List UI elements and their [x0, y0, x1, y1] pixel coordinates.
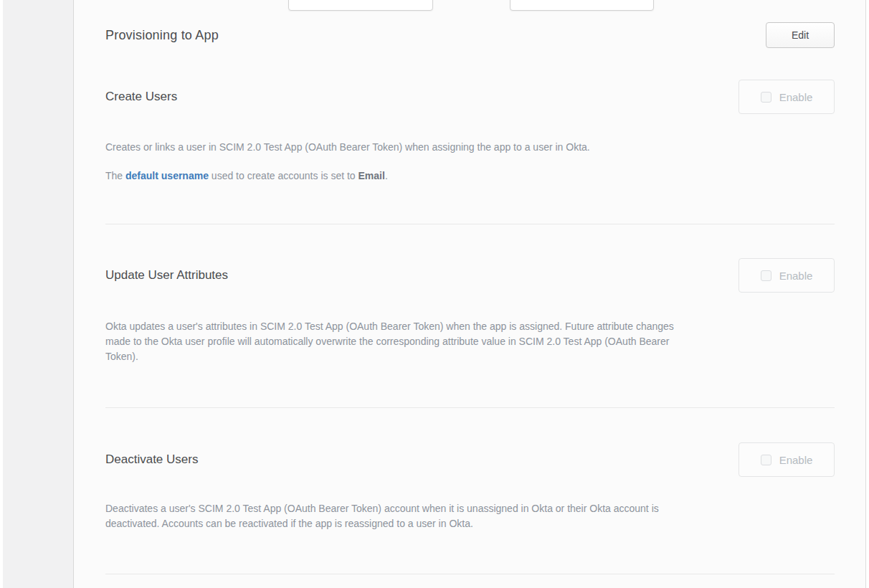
username-line-suffix: .	[385, 170, 388, 181]
default-username-line: The default username used to create acco…	[105, 169, 835, 184]
enable-checkbox[interactable]	[761, 270, 771, 281]
page-title: Provisioning to App	[105, 28, 219, 43]
page-layout: Provisioning to App Edit Create Users En…	[0, 0, 869, 588]
section-update-user-attributes: Update User Attributes Enable Okta updat…	[105, 258, 835, 408]
provisioning-panel: Provisioning to App Edit Create Users En…	[74, 0, 866, 588]
section-divider	[105, 574, 835, 574]
username-value: Email	[358, 170, 385, 181]
section-title: Deactivate Users	[105, 452, 198, 467]
enable-toggle-create-users[interactable]: Enable	[739, 80, 835, 114]
section-deactivate-users: Deactivate Users Enable Deactivates a us…	[105, 442, 835, 574]
section-title: Create Users	[105, 90, 177, 104]
section-description: Creates or links a user in SCIM 2.0 Test…	[105, 140, 833, 155]
section-description: Okta updates a user's attributes in SCIM…	[105, 319, 833, 364]
right-gutter	[866, 0, 869, 588]
section-head: Create Users Enable	[105, 80, 835, 114]
panel-header: Provisioning to App Edit	[105, 22, 835, 49]
cutoff-dropdown-right[interactable]	[510, 0, 654, 11]
edit-button[interactable]: Edit	[766, 22, 835, 48]
enable-label: Enable	[779, 454, 813, 466]
section-head: Deactivate Users Enable	[105, 442, 835, 477]
cutoff-dropdown-left[interactable]	[288, 0, 433, 11]
enable-checkbox[interactable]	[761, 455, 771, 465]
section-title: Update User Attributes	[105, 268, 228, 283]
section-head: Update User Attributes Enable	[105, 258, 835, 293]
enable-toggle-deactivate-users[interactable]: Enable	[739, 442, 835, 477]
section-description: Deactivates a user's SCIM 2.0 Test App (…	[105, 501, 833, 531]
enable-label: Enable	[779, 270, 813, 282]
left-sidebar	[3, 0, 74, 588]
default-username-link[interactable]: default username	[125, 170, 209, 181]
enable-toggle-update-user-attributes[interactable]: Enable	[739, 258, 835, 293]
enable-checkbox[interactable]	[761, 92, 771, 103]
username-line-prefix: The	[105, 170, 125, 181]
section-create-users: Create Users Enable Creates or links a u…	[105, 80, 835, 224]
section-divider	[105, 407, 835, 408]
username-line-middle: used to create accounts is set to	[209, 170, 358, 181]
section-divider	[105, 224, 835, 224]
enable-label: Enable	[779, 91, 813, 103]
